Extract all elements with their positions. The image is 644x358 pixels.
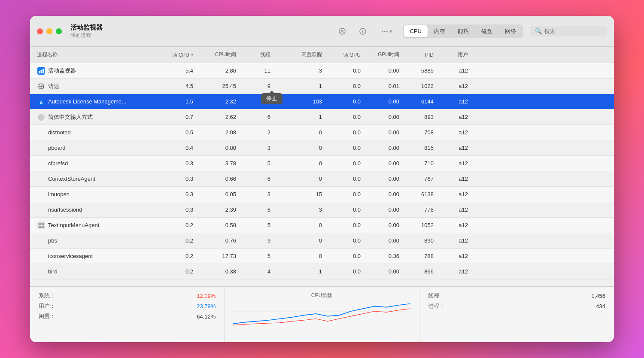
cell-idle: 3 bbox=[274, 67, 325, 74]
tab-cpu[interactable]: CPU bbox=[404, 25, 428, 37]
window-content: 停止 进程名称 % CPU ▾ CPU时间 线程 闲置唤醒 bbox=[30, 47, 614, 342]
cell-cpu_time: 25.45 bbox=[197, 83, 240, 89]
cell-pid: 778 bbox=[403, 206, 437, 213]
cell-idle: 1 bbox=[274, 114, 325, 120]
table-row[interactable]: 访达4.525.45910.00.011022a12 bbox=[30, 79, 614, 94]
tab-group: CPU 内存 能耗 磁盘 网络 bbox=[403, 24, 523, 38]
cell-gpu_time: 0.00 bbox=[364, 237, 403, 244]
search-input[interactable] bbox=[544, 28, 602, 34]
cell-gpu_pct: 0.0 bbox=[325, 160, 364, 167]
th-idle[interactable]: 闲置唤醒 bbox=[274, 51, 325, 58]
cell-gpu_pct: 0.0 bbox=[325, 145, 364, 151]
table-row[interactable]: lmuopen0.30.053150.00.006138a12 bbox=[30, 187, 614, 202]
svg-rect-5 bbox=[362, 31, 363, 33]
table-container: 进程名称 % CPU ▾ CPU时间 线程 闲置唤醒 % GPU bbox=[30, 47, 614, 286]
cell-cpu_time: 3.78 bbox=[197, 160, 240, 167]
cell-gpu_time: 0.00 bbox=[364, 176, 403, 182]
cell-idle: 0 bbox=[274, 129, 325, 136]
cell-user: a12 bbox=[437, 222, 471, 228]
threads-row: 线程： 1,456 bbox=[428, 292, 605, 300]
th-threads[interactable]: 线程 bbox=[240, 51, 274, 58]
fullscreen-button[interactable] bbox=[56, 28, 62, 34]
table-row[interactable]: cfprefsd0.33.78500.00.00710a12 bbox=[30, 156, 614, 171]
cell-cpu_pct: 0.3 bbox=[154, 160, 197, 167]
th-cpu-time[interactable]: CPU时间 bbox=[197, 51, 240, 58]
minimize-button[interactable] bbox=[46, 28, 52, 34]
more-options-btn[interactable]: ▾ bbox=[377, 25, 396, 38]
user-value: 23.79% bbox=[197, 303, 216, 309]
cell-gpu_pct: 0.0 bbox=[325, 98, 364, 105]
svg-point-8 bbox=[386, 30, 388, 32]
process-icon: A bbox=[37, 97, 46, 106]
table-row[interactable]: nsurlsessiond0.32.39630.00.00778a12 bbox=[30, 202, 614, 218]
cell-cpu_pct: 0.2 bbox=[154, 253, 197, 259]
cell-cpu_pct: 0.2 bbox=[154, 268, 197, 275]
svg-point-7 bbox=[384, 30, 385, 32]
cell-idle: 3 bbox=[274, 206, 325, 213]
process-name: Autodesk License Manageme... bbox=[48, 98, 126, 105]
cell-user: a12 bbox=[437, 145, 471, 151]
table-row[interactable]: AAutodesk License Manageme...1.52.329103… bbox=[30, 94, 614, 109]
cell-idle: 15 bbox=[274, 191, 325, 197]
cell-cpu_time: 2.39 bbox=[197, 206, 240, 213]
cell-threads: 9 bbox=[240, 237, 274, 244]
svg-point-4 bbox=[362, 30, 363, 30]
close-icon-btn[interactable] bbox=[335, 24, 349, 38]
system-value: 12.09% bbox=[197, 293, 216, 299]
cell-gpu_time: 0.00 bbox=[364, 67, 403, 74]
table-row[interactable]: bird0.20.38410.00.00866a12 bbox=[30, 264, 614, 279]
threads-value: 1,456 bbox=[591, 293, 605, 299]
cell-user: a12 bbox=[437, 160, 471, 167]
table-row[interactable]: TextInputMenuAgent0.20.58500.00.001052a1… bbox=[30, 218, 614, 233]
table-row[interactable]: ContextStoreAgent0.30.66600.00.00767a12 bbox=[30, 171, 614, 187]
cell-cpu_pct: 0.2 bbox=[154, 237, 197, 244]
cell-gpu_time: 0.00 bbox=[364, 145, 403, 151]
th-gpu-time[interactable]: GPU时间 bbox=[364, 51, 403, 58]
cell-user: a12 bbox=[437, 191, 471, 197]
process-name: bird bbox=[48, 268, 58, 275]
info-icon-btn[interactable] bbox=[356, 24, 370, 38]
th-pid[interactable]: PID bbox=[403, 52, 437, 58]
cell-pid: 815 bbox=[403, 145, 437, 151]
cell-gpu_time: 0.00 bbox=[364, 206, 403, 213]
tab-memory[interactable]: 内存 bbox=[428, 25, 451, 37]
cell-idle: 1 bbox=[274, 268, 325, 275]
cell-gpu_pct: 0.0 bbox=[325, 114, 364, 120]
cell-threads: 5 bbox=[240, 160, 274, 167]
cell-pid: 5885 bbox=[403, 67, 437, 74]
idle-stat-row: 闲置： 64.12% bbox=[39, 312, 216, 320]
cell-pid: 890 bbox=[403, 237, 437, 244]
process-icon bbox=[37, 67, 46, 75]
cell-cpu_pct: 5.4 bbox=[154, 67, 197, 74]
th-name[interactable]: 进程名称 bbox=[33, 51, 154, 58]
table-row[interactable]: iconservicesagent0.217.73500.00.36788a12 bbox=[30, 249, 614, 264]
cell-cpu_pct: 0.5 bbox=[154, 129, 197, 136]
cell-threads: 11 bbox=[240, 67, 274, 74]
table-row[interactable]: pbs0.20.76900.00.00890a12 bbox=[30, 233, 614, 249]
tab-disk[interactable]: 磁盘 bbox=[475, 25, 498, 37]
cell-threads: 4 bbox=[240, 268, 274, 275]
cell-gpu_pct: 0.0 bbox=[325, 176, 364, 182]
th-gpu-pct[interactable]: % GPU bbox=[325, 52, 364, 58]
cell-gpu_pct: 0.0 bbox=[325, 237, 364, 244]
table-row[interactable]: distnoted0.52.08200.00.00708a12 bbox=[30, 125, 614, 140]
th-cpu-pct[interactable]: % CPU ▾ bbox=[154, 52, 197, 58]
tab-network[interactable]: 网络 bbox=[499, 25, 522, 37]
svg-text:A: A bbox=[39, 100, 43, 105]
search-box[interactable]: 🔍 bbox=[530, 26, 607, 36]
cell-user: a12 bbox=[437, 98, 471, 105]
cell-cpu_pct: 0.4 bbox=[154, 145, 197, 151]
table-row[interactable]: pboard0.40.80300.00.00815a12 bbox=[30, 140, 614, 156]
processes-label: 进程： bbox=[428, 302, 445, 310]
cell-user: a12 bbox=[437, 253, 471, 259]
tab-energy[interactable]: 能耗 bbox=[452, 25, 475, 37]
activity-monitor-window: 活动监视器 我的进程 bbox=[30, 16, 614, 342]
close-button[interactable] bbox=[37, 28, 43, 34]
tooltip-popup: 停止 bbox=[261, 93, 283, 104]
table-row[interactable]: 简体中文输入方式0.72.62610.00.00893a12 bbox=[30, 109, 614, 125]
table-row[interactable]: 活动监视器5.42.861130.00.005885a12 bbox=[30, 63, 614, 79]
cell-threads: 3 bbox=[240, 191, 274, 197]
svg-rect-19 bbox=[39, 223, 41, 225]
th-user[interactable]: 用户 bbox=[437, 51, 471, 58]
chart-section: CPU负载 bbox=[225, 287, 419, 342]
